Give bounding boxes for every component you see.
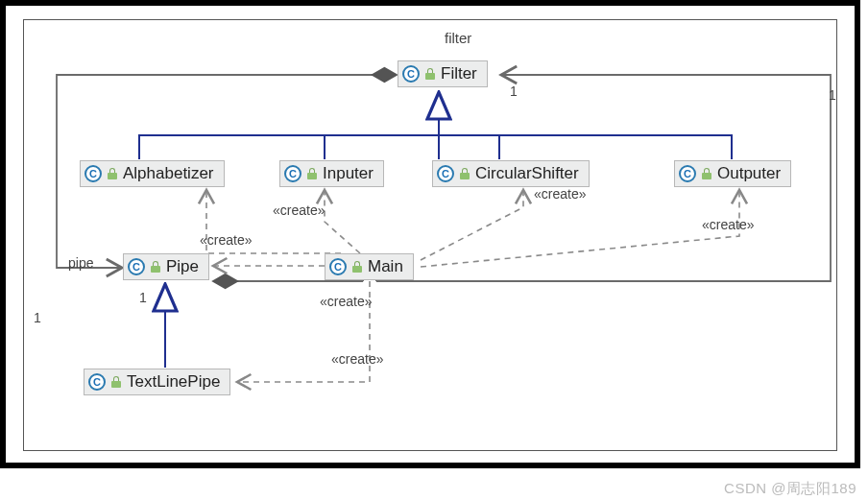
lock-icon [111, 376, 121, 388]
label-create4: «create» [702, 217, 754, 232]
class-label: Main [368, 257, 403, 276]
outer-frame: filter C Filter C Alphabetizer C Inputer… [0, 0, 860, 468]
label-mult-1c: 1 [510, 83, 518, 99]
label-pipe-role: pipe [68, 255, 93, 271]
class-icon: C [679, 165, 696, 182]
class-icon: C [88, 373, 106, 391]
label-create6: «create» [320, 294, 372, 309]
class-icon: C [402, 65, 420, 83]
lock-icon [702, 168, 711, 179]
label-create5: «create» [331, 351, 383, 367]
lock-icon [352, 261, 362, 273]
class-icon: C [84, 165, 102, 182]
lock-icon [460, 168, 470, 179]
class-alphabetizer: C Alphabetizer [80, 160, 225, 187]
class-textlinepipe: C TextLinePipe [84, 369, 230, 395]
class-label: Pipe [166, 257, 199, 276]
inner-frame: filter C Filter C Alphabetizer C Inputer… [23, 19, 837, 451]
label-create1: «create» [200, 232, 252, 248]
class-label: TextLinePipe [127, 372, 220, 392]
watermark: CSDN @周志阳189 [724, 480, 856, 498]
class-icon: C [329, 258, 347, 275]
class-label: Alphabetizer [123, 164, 214, 183]
class-main: C Main [325, 253, 414, 280]
class-circularshifter: C CircularShifter [432, 160, 590, 187]
class-pipe: C Pipe [123, 253, 209, 280]
class-label: Inputer [323, 164, 374, 183]
diagram-title: filter [445, 30, 471, 46]
label-create2: «create» [273, 202, 325, 218]
class-icon: C [437, 165, 454, 182]
class-filter: C Filter [398, 60, 488, 87]
label-mult-1d: 1 [829, 87, 836, 103]
class-icon: C [284, 165, 301, 182]
class-inputer: C Inputer [279, 160, 384, 187]
class-label: Outputer [717, 164, 781, 183]
label-mult-1a: 1 [34, 310, 41, 325]
lock-icon [307, 168, 317, 179]
class-label: CircularShifter [475, 164, 579, 183]
class-label: Filter [441, 64, 477, 83]
class-icon: C [128, 258, 145, 275]
lock-icon [151, 261, 160, 273]
label-create3: «create» [534, 186, 586, 202]
lock-icon [108, 168, 117, 179]
lock-icon [425, 68, 435, 80]
label-mult-1b: 1 [139, 290, 147, 305]
class-outputer: C Outputer [674, 160, 791, 187]
